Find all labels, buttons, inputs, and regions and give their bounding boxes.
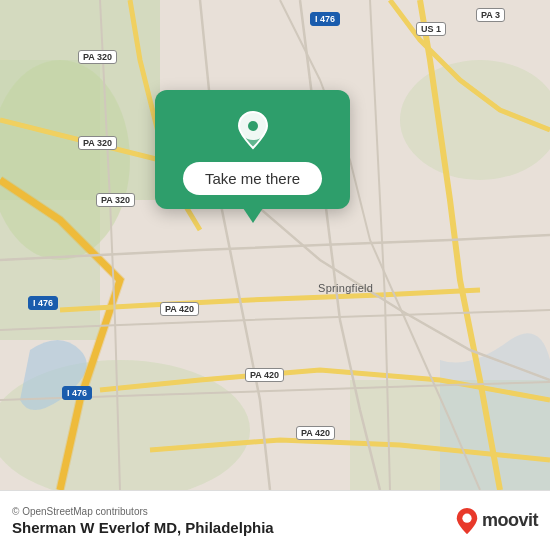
location-title: Sherman W Everlof MD, Philadelphia (12, 519, 456, 536)
road-badge-pa420-right: PA 420 (245, 368, 284, 382)
location-pin-icon (231, 108, 275, 152)
road-badge-i476-top: I 476 (310, 12, 340, 26)
moovit-logo: moovit (456, 508, 538, 534)
moovit-pin-icon (456, 508, 478, 534)
popup-card: Take me there (155, 90, 350, 209)
attribution: © OpenStreetMap contributors (12, 506, 456, 517)
bottom-bar: © OpenStreetMap contributors Sherman W E… (0, 490, 550, 550)
svg-point-8 (248, 121, 258, 131)
map: I 476 US 1 PA 3 PA 320 PA 320 PA 320 PA … (0, 0, 550, 490)
road-badge-i476-mid: I 476 (28, 296, 58, 310)
road-badge-pa320-top: PA 320 (78, 50, 117, 64)
springfield-label: Springfield (318, 282, 373, 294)
road-badge-pa420-mid: PA 420 (160, 302, 199, 316)
moovit-text: moovit (482, 510, 538, 531)
road-badge-pa3: PA 3 (476, 8, 505, 22)
road-badge-us1: US 1 (416, 22, 446, 36)
svg-point-9 (462, 513, 471, 522)
take-me-there-button[interactable]: Take me there (183, 162, 322, 195)
road-badge-pa320-mid: PA 320 (78, 136, 117, 150)
road-badge-pa420-bottom: PA 420 (296, 426, 335, 440)
bottom-left-info: © OpenStreetMap contributors Sherman W E… (12, 506, 456, 536)
road-badge-pa320-lower: PA 320 (96, 193, 135, 207)
road-badge-i476-lower: I 476 (62, 386, 92, 400)
